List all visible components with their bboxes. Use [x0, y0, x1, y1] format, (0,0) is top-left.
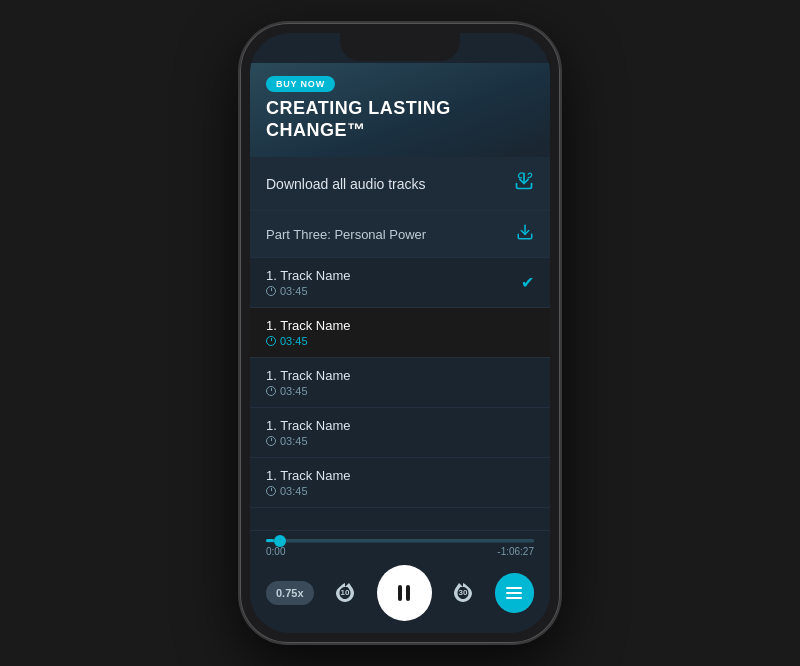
- menu-button[interactable]: [495, 573, 534, 613]
- svg-text:10: 10: [341, 588, 350, 597]
- player-controls: 0:00 -1:06:27 0.75x 10: [250, 530, 550, 633]
- track-item-active[interactable]: 1. Track Name 03:45: [250, 308, 550, 358]
- track-list: Download all audio tracks Part Three: Pe…: [250, 157, 550, 530]
- track-meta: 03:45: [266, 385, 351, 397]
- clock-icon: [266, 436, 276, 446]
- track-info: 1. Track Name 03:45: [266, 418, 351, 447]
- track-item[interactable]: 1. Track Name 03:45: [250, 408, 550, 458]
- speed-button[interactable]: 0.75x: [266, 581, 314, 605]
- track-item[interactable]: 1. Track Name 03:45 ✔: [250, 258, 550, 308]
- skip-forward-icon: 30: [448, 578, 478, 608]
- svg-text:30: 30: [459, 588, 468, 597]
- menu-line: [506, 587, 522, 589]
- phone-frame: BUY NOW CREATING LASTING CHANGE™ Downloa…: [240, 23, 560, 643]
- pause-icon: [398, 585, 410, 601]
- remaining-time: -1:06:27: [497, 546, 534, 557]
- track-name: 1. Track Name: [266, 468, 351, 483]
- download-all-label: Download all audio tracks: [266, 176, 426, 192]
- menu-line: [506, 597, 522, 599]
- speed-label: 0.75x: [276, 587, 304, 599]
- skip-back-button[interactable]: 10: [328, 575, 363, 611]
- clock-icon: [266, 286, 276, 296]
- album-title: CREATING LASTING CHANGE™: [266, 98, 534, 141]
- section-header: Part Three: Personal Power: [250, 211, 550, 258]
- progress-bar-container[interactable]: 0:00 -1:06:27: [266, 539, 534, 557]
- section-title: Part Three: Personal Power: [266, 227, 426, 242]
- track-meta: 03:45: [266, 485, 351, 497]
- track-duration: 03:45: [280, 435, 308, 447]
- controls-row: 0.75x 10 30: [266, 565, 534, 621]
- clock-icon: [266, 386, 276, 396]
- track-info: 1. Track Name 03:45: [266, 368, 351, 397]
- track-item[interactable]: 1. Track Name 03:45: [250, 458, 550, 508]
- track-duration: 03:45: [280, 385, 308, 397]
- time-row: 0:00 -1:06:27: [266, 546, 534, 557]
- track-duration: 03:45: [280, 285, 308, 297]
- pause-bar-left: [398, 585, 402, 601]
- progress-fill: [266, 539, 274, 542]
- skip-forward-button[interactable]: 30: [446, 575, 481, 611]
- pause-bar-right: [406, 585, 410, 601]
- download-all-icon[interactable]: [514, 171, 534, 196]
- track-name: 1. Track Name: [266, 318, 351, 333]
- track-name: 1. Track Name: [266, 418, 351, 433]
- progress-thumb: [274, 535, 286, 547]
- track-duration: 03:45: [280, 485, 308, 497]
- track-info: 1. Track Name 03:45: [266, 468, 351, 497]
- section-download-icon[interactable]: [516, 223, 534, 245]
- track-meta: 03:45: [266, 435, 351, 447]
- menu-line: [506, 592, 522, 594]
- pause-button[interactable]: [377, 565, 432, 621]
- notch: [340, 33, 460, 61]
- app-header: BUY NOW CREATING LASTING CHANGE™: [250, 63, 550, 157]
- track-duration: 03:45: [280, 335, 308, 347]
- progress-bar-track[interactable]: [266, 539, 534, 542]
- current-time: 0:00: [266, 546, 285, 557]
- track-meta: 03:45: [266, 335, 351, 347]
- buy-now-badge[interactable]: BUY NOW: [266, 76, 335, 92]
- clock-icon: [266, 336, 276, 346]
- track-name: 1. Track Name: [266, 268, 351, 283]
- skip-back-icon: 10: [330, 578, 360, 608]
- track-meta: 03:45: [266, 285, 351, 297]
- downloaded-check-icon: ✔: [521, 273, 534, 292]
- download-all-row[interactable]: Download all audio tracks: [250, 157, 550, 211]
- phone-screen: BUY NOW CREATING LASTING CHANGE™ Downloa…: [250, 33, 550, 633]
- track-item[interactable]: 1. Track Name 03:45: [250, 358, 550, 408]
- track-info: 1. Track Name 03:45: [266, 318, 351, 347]
- track-info: 1. Track Name 03:45: [266, 268, 351, 297]
- clock-icon: [266, 486, 276, 496]
- track-name: 1. Track Name: [266, 368, 351, 383]
